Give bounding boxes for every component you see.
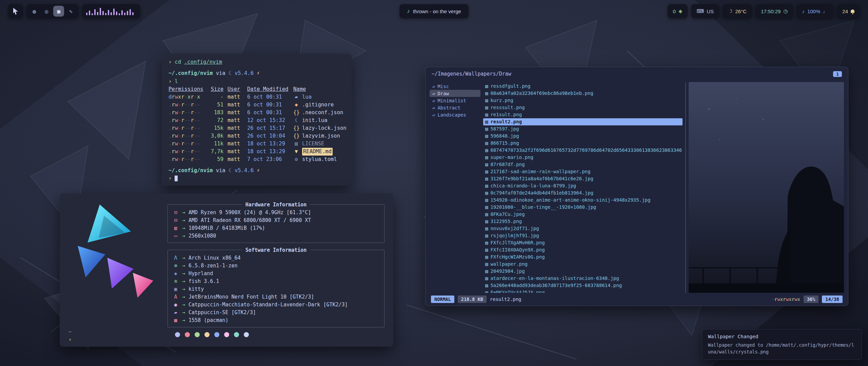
pane-divider <box>685 82 686 293</box>
terminal-window-fetch[interactable]: Hardware Information ⊡→AMD Ryzen 9 5900X… <box>60 194 393 347</box>
file-list-item[interactable]: ▨ 154928-odinokoe_anime-art-anime-okno-s… <box>483 197 683 204</box>
directory-name: Minimalist <box>437 98 466 103</box>
file-list-item[interactable]: ▨ kurz.png <box>483 97 683 104</box>
file-list-item[interactable]: ▨ wallpaper.png <box>483 261 683 268</box>
file-list-item[interactable]: ▨ rsjqojlmjhf91.jpg <box>483 232 683 239</box>
software-info-line: Λ→Arch Linux x86_64 <box>173 254 379 262</box>
file-list-item[interactable]: ▨ 08a634fa02a32364f69ebc86a98eb1eb.png <box>483 90 683 97</box>
prompt-input-line[interactable]: › <box>169 175 345 182</box>
workspace-button[interactable]: ◎ <box>41 6 52 17</box>
file-list-item[interactable]: ▨ 5a266e448add93deab367d87173e9f25-68378… <box>483 282 683 289</box>
arrow-icon: → <box>182 209 185 217</box>
permissions-cell: .rw-r--r-- <box>169 148 204 156</box>
fetch-prompt[interactable]: ~ › <box>68 328 72 343</box>
sidebar-directory-item[interactable]: ▱ Landscapes <box>430 111 480 118</box>
file-name: 154928-odinokoe_anime-art-anime-okno-sin… <box>490 197 650 204</box>
clock-icon: ◷ <box>783 8 788 14</box>
software-icon: ≋ <box>173 278 179 285</box>
launcher-button[interactable] <box>8 4 23 18</box>
arrow-icon: → <box>182 285 185 293</box>
file-list-item[interactable]: ▨ ressdfgult.png <box>483 83 683 90</box>
notification-popup[interactable]: Wallpaper Changed Wallpaper changed to /… <box>702 329 862 360</box>
file-manager-body: ▱ Misc ▱ Draw ▱ Minimalist ▱ Abstract <box>430 82 844 293</box>
hardware-value: 10948MiB / 64183MiB (17%) <box>189 224 265 232</box>
file-list-item[interactable]: ▨ resssult.png <box>483 104 683 111</box>
file-list-item[interactable]: ▨ FXfcHgcWIAMzs0G.png <box>483 253 683 261</box>
size-cell: 15k <box>208 124 223 132</box>
software-icon: ▰ <box>173 309 179 317</box>
file-name: init.lua <box>302 117 328 124</box>
arrow-icon: → <box>182 317 185 324</box>
image-file-icon: ▨ <box>485 97 488 104</box>
file-list-item[interactable]: ▨ re1sult.png <box>483 111 683 118</box>
file-list-item[interactable]: ▨ FXfcJlTXgAMvH6R.png <box>483 239 683 246</box>
color-dot <box>224 332 229 337</box>
file-list-item[interactable]: ▨ 68747470733a2f2f696d616765732d7769786d… <box>483 147 683 154</box>
file-list-item[interactable]: ▨ atardecer-en-la-montanas-ilustracion-6… <box>483 275 683 282</box>
keyboard-layout-module[interactable]: ⌨ US <box>691 4 719 18</box>
workspace-button[interactable]: ✎ <box>65 6 76 17</box>
size-cell: 7,7k <box>208 148 223 156</box>
software-value: 6.5.8-zen1-1-zen <box>189 262 238 270</box>
user-cell: matt <box>228 101 243 109</box>
workspace-icon: ◍ <box>33 8 36 15</box>
notifications-module[interactable]: 24 <box>837 4 860 18</box>
file-list-item[interactable]: ▨ 87r687df.png <box>483 161 683 168</box>
file-list-item[interactable]: ▨ 8FKa7Cu.jpeg <box>483 211 683 218</box>
file-name: FXfcJlTXgAMvH6R.png <box>490 239 545 246</box>
speaker-icon-2: ♩ <box>823 8 828 14</box>
file-name: README.md <box>302 148 333 156</box>
sidebar-directory-item[interactable]: ▱ Draw <box>430 90 480 97</box>
file-list-item[interactable]: ▨ 217167-sad-anime-rain-wallpaper.png <box>483 168 683 175</box>
audio-visualizer <box>82 4 140 18</box>
weather-module[interactable]: ☽ 26°C <box>723 4 752 18</box>
file-list-item[interactable]: ▨ 866715.png <box>483 140 683 147</box>
workspace-button[interactable]: ▣ <box>53 6 64 17</box>
file-manager-header: ~/Imagenes/Wallpapers/Draw 1 <box>426 67 848 78</box>
prompt-symbol: › <box>169 58 172 66</box>
hardware-icon: ⊟ <box>173 217 179 224</box>
file-list-item[interactable]: ▨ super-mario.png <box>483 154 683 161</box>
visualizer-bar <box>121 10 123 15</box>
arrow-icon: → <box>182 254 185 262</box>
file-list-item[interactable]: ▨ EeNKYgIUcAAJ5JX.png <box>483 289 683 293</box>
tab-badge[interactable]: 1 <box>833 71 842 77</box>
directory-name: Abstract <box>437 105 460 110</box>
folder-icon: ▱ <box>432 84 435 89</box>
sidebar-directory-item[interactable]: ▱ Minimalist <box>430 97 480 104</box>
file-list-item[interactable]: ▨ result2.png <box>483 118 683 125</box>
file-list-item[interactable]: ▨ chica-mirando-la-luna-8799.jpg <box>483 182 683 189</box>
file-list-item[interactable]: ▨ nnvuv0xj2df71.jpg <box>483 225 683 232</box>
file-type-icon: ◆ <box>293 101 299 109</box>
volume-module[interactable]: ♪ 100% ♩ <box>796 4 833 18</box>
terminal-window-nvim[interactable]: ›cd.config/nvim ~/.config/nvimvia☾v5.4.6… <box>162 54 352 186</box>
file-list-item[interactable]: ▨ 20492984.jpg <box>483 268 683 275</box>
file-manager-window[interactable]: ~/Imagenes/Wallpapers/Draw 1 ▱ Misc ▱ Dr… <box>425 67 848 306</box>
file-size-badge: 218.8 KB <box>458 296 487 303</box>
file-name: resssult.png <box>490 104 525 111</box>
directory-name: Misc <box>437 84 449 89</box>
image-preview-pane <box>689 82 844 293</box>
file-list-item[interactable]: ▨ 3122955.png <box>483 218 683 225</box>
software-icon: Λ <box>173 254 179 262</box>
software-icon: A <box>173 293 179 301</box>
workspace-icon: ✎ <box>69 8 73 15</box>
music-note-icon: ♪ <box>407 8 410 14</box>
file-list-item[interactable]: ▨ 0c794faf07de24a4db4d4fb1eb813964.jpg <box>483 189 683 197</box>
image-file-icon: ▨ <box>485 211 488 218</box>
workspace-button[interactable]: ◍ <box>29 6 40 17</box>
clock-module[interactable]: 17:50:29 ◷ <box>755 4 793 18</box>
file-list-item[interactable]: ▨ 587597.jpg <box>483 125 683 133</box>
media-module[interactable]: ♪ thrown - on the verge <box>399 4 469 18</box>
image-file-icon: ▨ <box>485 125 488 133</box>
keyboard-layout-label: US <box>707 8 714 14</box>
file-list-item[interactable]: ▨ 3126f7e9bbf21a8a4af0b67b041c6e26.jpg <box>483 175 683 182</box>
sidebar-directory-item[interactable]: ▱ Abstract <box>430 104 480 111</box>
visualizer-bar <box>113 8 115 15</box>
sidebar-directory-item[interactable]: ▱ Misc <box>430 83 480 90</box>
updates-module[interactable]: 0 ◈ <box>668 4 688 18</box>
file-list-item[interactable]: ▨ 596848.jpg <box>483 133 683 140</box>
file-list-item[interactable]: ▨ 19201080-__blue-tinge__-1920×1080.jpg <box>483 204 683 211</box>
file-list-item[interactable]: ▨ FXfcII0X0AQyn9X.png <box>483 246 683 253</box>
date-cell: 6 oct 00:31 <box>247 109 289 117</box>
